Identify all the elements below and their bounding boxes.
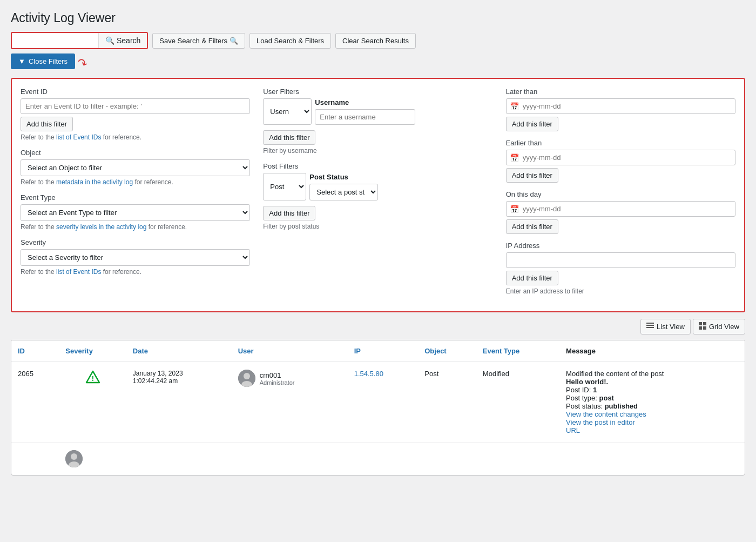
- event-id-label: Event ID: [21, 88, 250, 96]
- ip-address-hint: Enter an IP address to filter: [506, 287, 735, 295]
- clear-search-button[interactable]: Clear Search Results: [335, 33, 416, 49]
- cell-date: January 13, 2023 1:02:44.242 am: [126, 362, 232, 443]
- username-label: Username: [315, 98, 492, 106]
- post-filters-section: Post Filters Post Post Status Select a p…: [263, 162, 492, 230]
- avatar: [238, 370, 255, 387]
- url-link[interactable]: URL: [566, 426, 580, 434]
- cell-severity: !: [59, 362, 126, 443]
- object-ref-link[interactable]: metadata in the activity log: [56, 178, 133, 186]
- object-label: Object: [21, 149, 250, 157]
- ip-address-label: IP Address: [506, 242, 735, 250]
- col-user[interactable]: User: [232, 340, 348, 362]
- list-view-button[interactable]: List View: [640, 319, 691, 334]
- user-info-cell: crn001 Administrator: [238, 370, 341, 387]
- event-type-select[interactable]: Select an Event Type to filter: [21, 204, 250, 221]
- search-input[interactable]: [12, 33, 98, 48]
- post-status-select[interactable]: Select a post st: [309, 184, 378, 200]
- svg-rect-1: [646, 325, 654, 326]
- ip-address-input[interactable]: 192.168.128.255: [506, 252, 735, 268]
- ip-address-add-button[interactable]: Add this filter: [506, 271, 558, 285]
- on-this-day-wrapper: 📅: [506, 201, 735, 217]
- list-view-icon: [646, 322, 654, 331]
- view-content-changes-link[interactable]: View the content changes: [566, 410, 646, 418]
- event-id-add-button[interactable]: Add this filter: [21, 117, 73, 131]
- svg-rect-4: [703, 322, 706, 325]
- event-type-label: Event Type: [21, 193, 250, 202]
- log-table: ID Severity Date User IP Object Event Ty…: [11, 340, 745, 475]
- later-than-wrapper: 📅: [506, 98, 735, 114]
- cell-ip: 1.54.5.80: [348, 362, 418, 443]
- calendar-icon-2: 📅: [510, 153, 519, 162]
- severity-label: Severity: [21, 238, 250, 246]
- severity-filter: Severity Select a Severity to filter Ref…: [21, 238, 250, 276]
- severity-ref-link[interactable]: list of Event IDs: [56, 268, 101, 276]
- cell-severity-2: [59, 443, 126, 476]
- svg-rect-2: [646, 327, 654, 328]
- right-filter-col: Later than 📅 Add this filter Earlier tha…: [506, 88, 735, 303]
- severity-select[interactable]: Select a Severity to filter: [21, 249, 250, 266]
- user-details: crn001 Administrator: [260, 371, 295, 386]
- message-content: Modified the content of the post Hello w…: [566, 370, 738, 434]
- object-select[interactable]: Select an Object to filter: [21, 159, 250, 176]
- post-type-select[interactable]: Post: [263, 173, 306, 200]
- earlier-than-input[interactable]: [506, 150, 735, 165]
- svg-point-12: [71, 453, 77, 460]
- grid-view-button[interactable]: Grid View: [693, 319, 745, 334]
- svg-text:!: !: [91, 374, 93, 383]
- table-row-partial: [11, 443, 745, 476]
- col-event-type[interactable]: Event Type: [476, 340, 559, 362]
- user-filter-type-select[interactable]: Usern: [263, 98, 312, 125]
- username-add-button[interactable]: Add this filter: [263, 130, 315, 145]
- post-status-add-button[interactable]: Add this filter: [263, 206, 315, 220]
- search-box: 🔍 Search: [11, 32, 148, 49]
- event-id-input[interactable]: [21, 98, 250, 114]
- view-post-editor-link[interactable]: View the post in editor: [566, 418, 635, 426]
- filter-icon: ▼: [18, 57, 25, 65]
- later-than-label: Later than: [506, 88, 735, 96]
- event-type-ref: Refer to the severity levels in the acti…: [21, 223, 250, 231]
- event-id-ref-link[interactable]: list of Event IDs: [56, 133, 101, 141]
- table-header-row: ID Severity Date User IP Object Event Ty…: [11, 340, 745, 362]
- later-than-input[interactable]: [506, 98, 735, 114]
- load-search-button[interactable]: Load Search & Filters: [249, 33, 331, 49]
- save-search-button[interactable]: Save Search & Filters 🔍: [152, 33, 245, 49]
- col-id[interactable]: ID: [11, 340, 59, 362]
- on-this-day-label: On this day: [506, 190, 735, 198]
- on-this-day-filter: On this day 📅 Add this filter: [506, 190, 735, 234]
- col-severity[interactable]: Severity: [59, 340, 126, 362]
- search-button[interactable]: 🔍 Search: [98, 33, 147, 48]
- on-this-day-input[interactable]: [506, 201, 735, 217]
- event-type-ref-link[interactable]: severity levels in the activity log: [56, 223, 146, 231]
- severity-ref: Refer to the list of Event IDs for refer…: [21, 268, 250, 276]
- ip-link[interactable]: 1.54.5.80: [354, 370, 383, 378]
- earlier-than-label: Earlier than: [506, 139, 735, 147]
- cell-message: Modified the content of the post Hello w…: [559, 362, 745, 443]
- col-ip[interactable]: IP: [348, 340, 418, 362]
- post-status-label: Post Status: [309, 173, 492, 181]
- cell-object: Post: [418, 362, 476, 443]
- username-filter-hint: Filter by username: [263, 147, 492, 155]
- close-filters-button[interactable]: ▼ Close Filters: [11, 53, 75, 69]
- on-this-day-add-button[interactable]: Add this filter: [506, 219, 558, 234]
- later-than-add-button[interactable]: Add this filter: [506, 117, 558, 131]
- post-status-filter-hint: Filter by post status: [263, 223, 492, 230]
- cell-id: 2065: [11, 362, 59, 443]
- svg-rect-5: [699, 326, 702, 330]
- col-date[interactable]: Date: [126, 340, 232, 362]
- object-filter: Object Select an Object to filter Refer …: [21, 149, 250, 186]
- calendar-icon-3: 📅: [510, 205, 519, 213]
- grid-view-icon: [699, 322, 706, 331]
- username-input[interactable]: [315, 109, 415, 125]
- save-search-icon: 🔍: [230, 37, 238, 45]
- table-row: 2065 ! January 13, 2023 1:02:44.242 a: [11, 362, 745, 443]
- view-toggle: List View Grid View: [11, 319, 745, 334]
- earlier-than-add-button[interactable]: Add this filter: [506, 168, 558, 183]
- svg-rect-6: [703, 326, 706, 330]
- search-icon: 🔍: [105, 36, 114, 45]
- mid-filter-col: User Filters Usern Username Add this fil…: [263, 88, 492, 303]
- cell-user: crn001 Administrator: [232, 362, 348, 443]
- event-id-ref: Refer to the list of Event IDs for refer…: [21, 133, 250, 141]
- user-filters-label: User Filters: [263, 88, 492, 96]
- col-object[interactable]: Object: [418, 340, 476, 362]
- avatar-2: [65, 450, 83, 467]
